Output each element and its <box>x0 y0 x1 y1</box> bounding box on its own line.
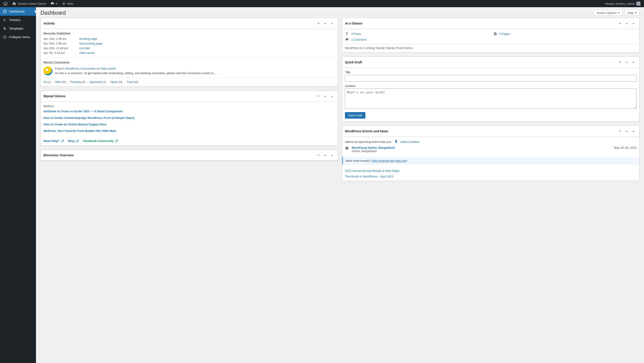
plus-icon <box>62 1 66 5</box>
avatar <box>636 1 640 5</box>
site-name-label: Timetics Admin Demo <box>18 2 46 5</box>
svg-point-0 <box>4 2 8 5</box>
home-icon <box>12 1 16 5</box>
admin-toolbar: Timetics Admin Demo 0 New Howdy, timetic… <box>0 0 644 7</box>
howdy-label: Howdy, timetics_admin <box>605 2 635 5</box>
wp-logo[interactable] <box>2 0 10 7</box>
account-link[interactable]: Howdy, timetics_admin <box>603 0 642 7</box>
comment-icon <box>50 1 54 5</box>
new-label: New <box>67 2 73 5</box>
new-link[interactable]: New <box>60 0 75 7</box>
comments-count: 0 <box>56 2 57 5</box>
wordpress-icon <box>4 1 8 5</box>
comments-link[interactable]: 0 <box>48 0 59 7</box>
site-link[interactable]: Timetics Admin Demo <box>10 0 48 7</box>
